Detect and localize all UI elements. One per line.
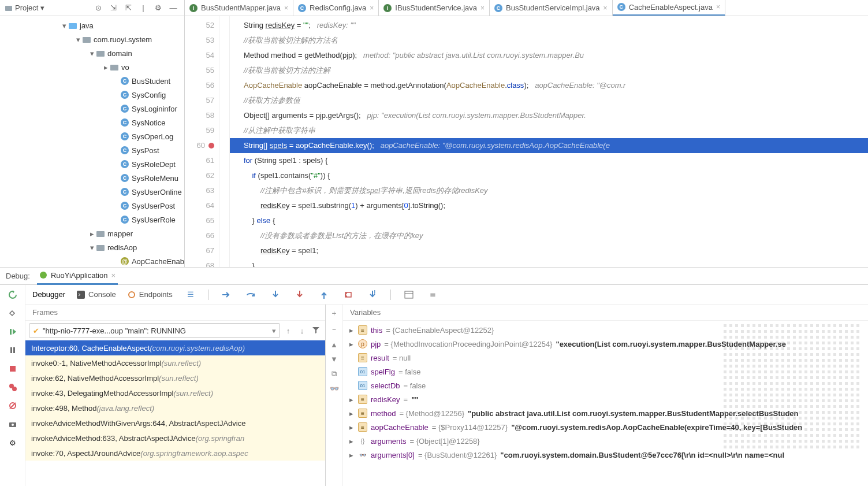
variable-row[interactable]: ▸{}arguments = {Object[1]@12258}	[343, 434, 868, 448]
code-editor[interactable]: 525354555657585960 6162636465666768 Stri…	[185, 16, 868, 267]
frame-row[interactable]: invoke0:-1, NativeMethodAccessorImpl (su…	[25, 355, 325, 370]
code-line[interactable]: for (String spel1 : spels) {	[244, 153, 868, 168]
tree-item[interactable]: CSysUserRole	[0, 213, 184, 227]
locate-icon[interactable]: ⊙	[92, 2, 105, 14]
code-line[interactable]: //获取当前被切方法的注解	[244, 63, 868, 78]
tree-item[interactable]: CSysNotice	[0, 116, 184, 129]
resume-button[interactable]	[6, 325, 19, 338]
tree-item[interactable]: ▸mapper	[0, 227, 184, 240]
next-frame-button[interactable]: ↓	[296, 327, 308, 335]
code-line[interactable]: if (spel1.contains("#")) {	[244, 168, 868, 183]
code-line[interactable]: } else {	[244, 213, 868, 228]
code-line[interactable]: redisKey = spel1;	[244, 243, 868, 258]
tree-item[interactable]: ▸vo	[0, 60, 184, 74]
frame-row[interactable]: invokeAdviceMethod:633, AbstractAspectJA…	[25, 431, 325, 446]
run-to-cursor-button[interactable]: I	[366, 288, 379, 301]
breakpoint-icon[interactable]	[208, 143, 214, 149]
frame-row[interactable]: invoke:498, Method (java.lang.reflect)	[25, 400, 325, 415]
code-line[interactable]: Method method = getMethod(pjp); method: …	[244, 48, 868, 63]
tree-item[interactable]: ▾com.ruoyi.system	[0, 32, 184, 46]
tree-item[interactable]: CSysUserPost	[0, 199, 184, 213]
glasses-icon[interactable]: 👓	[330, 384, 339, 393]
step-over-button[interactable]	[245, 288, 258, 301]
close-icon[interactable]: ×	[370, 4, 374, 12]
show-execution-button[interactable]	[221, 288, 233, 301]
tree-item[interactable]: CSysRoleDept	[0, 157, 184, 171]
pause-button[interactable]	[6, 344, 19, 357]
threads-icon[interactable]: ☰	[184, 288, 197, 301]
code-line[interactable]: //注解中包含#标识，则需要拼接spel字符串,返回redis的存储redisK…	[244, 183, 868, 198]
tree-item[interactable]: CSysRoleMenu	[0, 171, 184, 185]
collapse-icon[interactable]: ⇱	[122, 2, 135, 14]
force-step-into-button[interactable]	[293, 288, 306, 301]
variable-row[interactable]: ▸≡method = {Method@12256} "public abstra…	[343, 406, 868, 420]
variable-row[interactable]: 01selectDb = false	[343, 379, 868, 392]
variable-row[interactable]: 01spelFlg = false	[343, 365, 868, 379]
tree-item[interactable]: CSysUserOnline	[0, 185, 184, 199]
add-watch-button[interactable]: ＋	[330, 308, 338, 318]
tree-item[interactable]: CSysConfig	[0, 88, 184, 102]
editor-tab[interactable]: CCacheEnableAspect.java×	[613, 0, 725, 16]
step-out-button[interactable]	[318, 288, 330, 301]
gear-icon[interactable]: ⚙	[152, 2, 165, 14]
filter-button[interactable]	[310, 326, 322, 336]
stop-button[interactable]	[6, 362, 19, 375]
tab-endpoints[interactable]: Endpoints	[128, 290, 173, 299]
variable-row[interactable]: ≡result = null	[343, 351, 868, 365]
down-button[interactable]: ▼	[330, 355, 338, 363]
variable-row[interactable]: ▸👓arguments[0] = {BusStudent@12261} "com…	[343, 448, 868, 462]
code-line[interactable]: redisKey = spel1.substring(1) + argument…	[244, 198, 868, 213]
code-line[interactable]: //没有参数或者参数是List的方法，在缓存中的key	[244, 228, 868, 243]
trace-button[interactable]: ≣	[427, 288, 439, 301]
thread-selector[interactable]: ✔ "http-nio-7777-exe...oup "main": RUNNI…	[29, 323, 280, 338]
editor-tab[interactable]: IIBusStudentService.java×	[379, 0, 490, 16]
project-tree[interactable]: ▾java▾com.ruoyi.system▾domain▸voCBusStud…	[0, 16, 184, 267]
close-icon[interactable]: ×	[716, 3, 720, 11]
code-line[interactable]: }	[244, 258, 868, 267]
variables-list[interactable]: ▸≡this = {CacheEnableAspect@12252}▸ppjp …	[343, 321, 868, 486]
editor-tab[interactable]: CBusStudentServiceImpl.java×	[490, 0, 613, 16]
code-line[interactable]: //从注解中获取字符串	[244, 123, 868, 138]
remove-watch-button[interactable]: －	[330, 324, 338, 335]
modify-run-button[interactable]	[6, 307, 19, 320]
variable-row[interactable]: ▸≡redisKey = ""	[343, 392, 868, 406]
close-icon[interactable]: ×	[284, 4, 288, 12]
tree-item[interactable]: ▾java	[0, 18, 184, 32]
tree-item[interactable]: ▾redisAop	[0, 240, 184, 254]
frame-row[interactable]: invoke:70, AspectJAroundAdvice (org.spri…	[25, 446, 325, 461]
editor-tab[interactable]: IBusStudentMapper.java×	[185, 0, 293, 16]
frames-list[interactable]: Interceptor:60, CacheEnableAspect (com.r…	[25, 340, 325, 486]
code-line[interactable]: //获取当前被切注解的方法名	[244, 33, 868, 48]
variable-row[interactable]: ▸≡aopCacheEnable = {$Proxy114@12257} "@c…	[343, 420, 868, 434]
tree-item[interactable]: ▾domain	[0, 46, 184, 60]
close-icon[interactable]: ×	[603, 4, 608, 12]
code-line[interactable]: //获取方法参数值	[244, 93, 868, 108]
tree-item[interactable]: @AopCacheEnab	[0, 254, 184, 267]
evaluate-button[interactable]	[403, 288, 415, 301]
tree-item[interactable]: CSysLogininfor	[0, 102, 184, 116]
debug-run-config-tab[interactable]: RuoYiApplication ×	[37, 268, 118, 285]
code-lines[interactable]: String redisKey = ""; redisKey: ""//获取当前…	[230, 16, 868, 267]
frame-row[interactable]: invokeAdviceMethodWithGivenArgs:644, Abs…	[25, 415, 325, 431]
code-line[interactable]: String[] spels = aopCacheEnable.key(); a…	[230, 138, 868, 153]
copy-button[interactable]: ⧉	[331, 369, 337, 379]
frame-row[interactable]: invoke:43, DelegatingMethodAccessorImpl …	[25, 385, 325, 400]
hide-icon[interactable]: —	[167, 2, 180, 14]
up-button[interactable]: ▲	[330, 340, 338, 349]
variable-row[interactable]: ▸≡this = {CacheEnableAspect@12252}	[343, 323, 868, 337]
frame-row[interactable]: invoke:62, NativeMethodAccessorImpl (sun…	[25, 370, 325, 385]
rerun-button[interactable]	[6, 288, 19, 301]
step-into-button[interactable]	[269, 288, 282, 301]
close-icon[interactable]: ×	[111, 271, 116, 280]
prev-frame-button[interactable]: ↑	[282, 327, 294, 335]
close-icon[interactable]: ×	[480, 4, 485, 12]
tab-console[interactable]: Console	[77, 290, 116, 299]
expand-icon[interactable]: ⇲	[107, 2, 120, 14]
code-line[interactable]: String redisKey = ""; redisKey: ""	[244, 18, 868, 33]
code-line[interactable]: Object[] arguments = pjp.getArgs(); pjp:…	[244, 108, 868, 123]
tree-item[interactable]: CSysPost	[0, 143, 184, 157]
variable-row[interactable]: ▸ppjp = {MethodInvocationProceedingJoinP…	[343, 337, 868, 351]
code-line[interactable]: AopCacheEnable aopCacheEnable = method.g…	[244, 78, 868, 93]
editor-tab[interactable]: CRedisConfig.java×	[293, 0, 379, 16]
camera-button[interactable]	[6, 418, 19, 431]
